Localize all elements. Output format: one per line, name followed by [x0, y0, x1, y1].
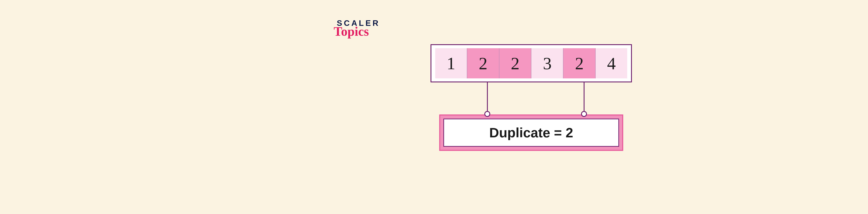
array-cell: 3: [531, 48, 563, 78]
array-cell: 2: [563, 48, 595, 78]
connector-ring-icon: [484, 111, 490, 117]
connector-line: [487, 82, 488, 114]
array-cell: 1: [435, 48, 467, 78]
result-label: Duplicate = 2: [443, 119, 619, 147]
connector-ring-icon: [581, 111, 587, 117]
result-box: Duplicate = 2: [439, 114, 623, 151]
diagram-canvas: SCALER Topics 1 2 2 3 2 4 Duplicate = 2: [312, 0, 729, 214]
array-cell: 2: [499, 48, 531, 78]
array-cell: 4: [595, 48, 627, 78]
connector-line: [584, 82, 585, 114]
logo-line-topics: Topics: [334, 26, 380, 37]
array-cell: 2: [467, 48, 499, 78]
array-container: 1 2 2 3 2 4: [431, 44, 632, 82]
scaler-topics-logo: SCALER Topics: [337, 19, 380, 37]
